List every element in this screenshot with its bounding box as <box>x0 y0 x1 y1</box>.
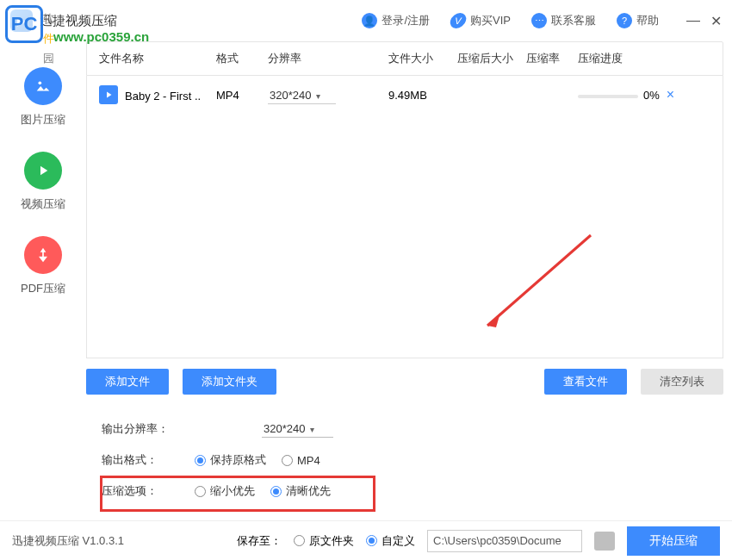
app-title: 迅捷视频压缩 <box>40 13 117 29</box>
help-icon: ? <box>617 13 632 28</box>
save-path-input[interactable] <box>427 530 582 552</box>
output-resolution-select[interactable]: 320*240▾ <box>262 420 333 438</box>
add-file-button[interactable]: 添加文件 <box>86 369 169 395</box>
minimize-button[interactable]: — <box>686 13 700 29</box>
format-mp4-radio[interactable]: MP4 <box>282 454 320 467</box>
footer: 迅捷视频压缩 V1.0.3.1 保存至： 原文件夹 自定义 开始压缩 <box>0 520 732 560</box>
help-link[interactable]: ?帮助 <box>617 13 659 28</box>
video-icon <box>24 152 62 190</box>
vip-icon: V <box>449 13 468 28</box>
table-row[interactable]: Baby 2 - First .. MP4 320*240▾ 9.49MB 0%… <box>87 76 723 114</box>
buy-vip-link[interactable]: V购买VIP <box>450 13 511 28</box>
image-icon <box>24 67 62 105</box>
compress-small-radio[interactable]: 缩小优先 <box>195 483 255 499</box>
save-original-radio[interactable]: 原文件夹 <box>294 533 354 549</box>
folder-icon[interactable] <box>594 532 615 551</box>
clear-list-button[interactable]: 清空列表 <box>641 369 723 395</box>
svg-point-0 <box>39 82 42 85</box>
format-keep-radio[interactable]: 保持原格式 <box>195 452 266 468</box>
sidebar: 图片压缩 视频压缩 PDF压缩 <box>0 41 86 520</box>
start-compress-button[interactable]: 开始压缩 <box>627 526 720 556</box>
sidebar-item-pdf[interactable]: PDF压缩 <box>21 236 65 296</box>
chevron-down-icon: ▾ <box>316 91 320 101</box>
compress-clear-radio[interactable]: 清晰优先 <box>270 483 331 499</box>
table-header: 文件名称 格式 分辨率 文件大小 压缩后大小 压缩率 压缩进度 <box>86 41 723 76</box>
titlebar: ▶ 迅捷视频压缩 👤登录/注册 V购买VIP ⋯联系客服 ?帮助 — ✕ <box>0 0 732 41</box>
compress-option-row: 压缩选项： 缩小优先 清晰优先 <box>102 476 723 507</box>
close-button[interactable]: ✕ <box>710 13 722 29</box>
user-icon: 👤 <box>362 13 377 28</box>
pdf-icon <box>24 236 62 274</box>
view-file-button[interactable]: 查看文件 <box>544 369 627 395</box>
output-format-row: 输出格式： 保持原格式 MP4 <box>102 445 723 476</box>
remove-row-button[interactable]: × <box>667 87 674 102</box>
file-list: Baby 2 - First .. MP4 320*240▾ 9.49MB 0%… <box>86 76 723 358</box>
add-folder-button[interactable]: 添加文件夹 <box>183 369 276 395</box>
contact-service-link[interactable]: ⋯联系客服 <box>531 13 596 28</box>
login-link[interactable]: 👤登录/注册 <box>362 13 430 28</box>
app-logo-icon: ▶ <box>10 9 33 32</box>
row-resolution-select[interactable]: 320*240▾ <box>268 87 336 104</box>
sidebar-item-image[interactable]: 图片压缩 <box>21 67 65 128</box>
version-label: 迅捷视频压缩 V1.0.3.1 <box>12 533 124 549</box>
chevron-down-icon: ▾ <box>310 425 314 434</box>
output-resolution-row: 输出分辨率： 320*240▾ <box>102 414 723 445</box>
progress-bar <box>578 95 638 98</box>
sidebar-item-video[interactable]: 视频压缩 <box>21 152 65 212</box>
save-custom-radio[interactable]: 自定义 <box>366 533 415 549</box>
play-file-icon <box>99 85 118 104</box>
annotation-arrow <box>475 231 595 334</box>
chat-icon: ⋯ <box>531 13 547 28</box>
